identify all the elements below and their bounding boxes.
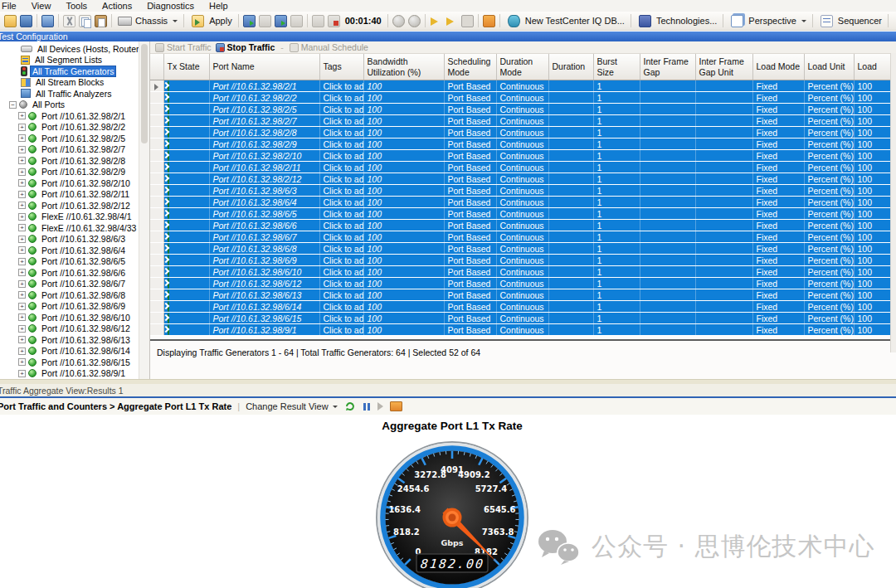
cell[interactable] bbox=[548, 324, 593, 336]
tx-state-cell[interactable] bbox=[163, 278, 209, 289]
cell[interactable] bbox=[695, 208, 752, 220]
cell[interactable] bbox=[640, 266, 695, 278]
tx-state-cell[interactable] bbox=[163, 185, 209, 197]
cell[interactable] bbox=[695, 138, 752, 150]
tree-item[interactable]: All Stream Blocks bbox=[0, 77, 139, 89]
expand-icon[interactable]: + bbox=[18, 336, 26, 343]
cell[interactable]: 1 bbox=[593, 138, 640, 150]
cut-icon[interactable] bbox=[63, 15, 75, 27]
expand-icon[interactable]: + bbox=[18, 134, 26, 142]
tx-state-cell[interactable] bbox=[163, 208, 209, 220]
cell[interactable]: Port Based bbox=[444, 127, 496, 138]
table-row[interactable]: Port //10.61.32.98/6/14Click to ad...100… bbox=[150, 301, 892, 313]
row-selector[interactable] bbox=[150, 197, 163, 208]
cell[interactable]: Click to ad... bbox=[319, 138, 363, 150]
cell[interactable]: Port //10.61.32.98/6/12 bbox=[209, 278, 319, 289]
export-results-button[interactable] bbox=[390, 401, 402, 411]
cell[interactable]: 1 bbox=[593, 208, 640, 220]
expand-icon[interactable]: + bbox=[18, 303, 26, 310]
cell[interactable]: Port Based bbox=[444, 220, 496, 231]
cell[interactable] bbox=[640, 313, 695, 324]
row-selector[interactable] bbox=[150, 266, 163, 278]
cell[interactable]: Continuous bbox=[496, 313, 548, 324]
copy-icon[interactable] bbox=[79, 15, 91, 27]
cell[interactable]: Port //10.61.32.98/2/10 bbox=[209, 150, 319, 162]
tx-state-cell[interactable] bbox=[163, 162, 209, 173]
cell[interactable]: Fixed bbox=[752, 243, 804, 255]
tx-state-cell[interactable] bbox=[163, 289, 209, 301]
cell[interactable]: Continuous bbox=[496, 255, 548, 266]
reporter-button[interactable]: Reporter bbox=[891, 14, 896, 28]
menu-item-diagnostics[interactable]: Diagnostics bbox=[139, 1, 202, 11]
cell[interactable]: 100 bbox=[363, 266, 444, 278]
table-row[interactable]: Port //10.61.32.98/2/2Click to ad...100P… bbox=[150, 92, 892, 104]
tree-item[interactable]: +Port //10.61.32.98/6/9 bbox=[0, 301, 139, 313]
expand-icon[interactable]: + bbox=[18, 157, 26, 164]
cell[interactable]: Port Based bbox=[444, 289, 496, 301]
cell[interactable]: 1 bbox=[593, 197, 640, 208]
row-selector[interactable] bbox=[150, 231, 163, 243]
cell[interactable]: 100 bbox=[854, 92, 892, 104]
tx-state-cell[interactable] bbox=[163, 255, 209, 266]
cell[interactable]: Fixed bbox=[752, 80, 804, 92]
tree-item[interactable]: All Segment Lists bbox=[0, 55, 139, 66]
cell[interactable]: Click to ad... bbox=[319, 92, 363, 104]
cell[interactable] bbox=[695, 289, 752, 301]
cell[interactable]: Port Based bbox=[444, 278, 496, 289]
cell[interactable]: 100 bbox=[363, 243, 444, 255]
cell[interactable] bbox=[548, 278, 593, 289]
cell[interactable]: Percent (%) bbox=[804, 301, 854, 313]
cell[interactable] bbox=[548, 127, 593, 138]
cell[interactable]: Click to ad... bbox=[319, 197, 363, 208]
expand-icon[interactable]: + bbox=[18, 258, 26, 265]
cell[interactable]: 100 bbox=[854, 127, 892, 138]
cell[interactable]: 100 bbox=[854, 197, 892, 208]
cell[interactable]: 100 bbox=[854, 324, 892, 336]
tree-item[interactable]: +Port //10.61.32.98/2/2 bbox=[0, 122, 139, 134]
tree-item[interactable]: +Port //10.61.32.98/6/4 bbox=[0, 245, 139, 256]
cell[interactable]: 100 bbox=[363, 231, 444, 243]
cell[interactable] bbox=[548, 92, 593, 104]
tree-item[interactable]: +Port //10.61.32.98/6/12 bbox=[0, 323, 139, 335]
tx-state-cell[interactable] bbox=[163, 115, 209, 127]
cell[interactable] bbox=[548, 231, 593, 243]
cell[interactable] bbox=[548, 266, 593, 278]
cell[interactable]: 100 bbox=[363, 104, 444, 115]
cell[interactable] bbox=[640, 231, 695, 243]
cell[interactable]: Port //10.61.32.98/6/6 bbox=[209, 220, 319, 231]
cell[interactable]: 100 bbox=[363, 220, 444, 231]
cell[interactable]: Percent (%) bbox=[804, 115, 854, 127]
cell[interactable]: Continuous bbox=[496, 197, 548, 208]
cell[interactable]: 100 bbox=[363, 208, 444, 220]
cell[interactable] bbox=[695, 324, 752, 336]
cell[interactable] bbox=[640, 162, 695, 173]
cell[interactable]: Continuous bbox=[496, 243, 548, 255]
table-row[interactable]: Port //10.61.32.98/2/7Click to ad...100P… bbox=[150, 115, 892, 127]
cell[interactable]: Port Based bbox=[444, 313, 496, 324]
cell[interactable]: Fixed bbox=[752, 104, 804, 115]
table-row[interactable]: Port //10.61.32.98/6/7Click to ad...100P… bbox=[150, 231, 892, 243]
row-selector[interactable] bbox=[150, 313, 163, 324]
cell[interactable]: Percent (%) bbox=[804, 185, 854, 197]
tx-state-cell[interactable] bbox=[163, 173, 209, 185]
cell[interactable]: Port Based bbox=[444, 266, 496, 278]
row-selector[interactable] bbox=[150, 127, 163, 138]
cell[interactable]: Fixed bbox=[752, 185, 804, 197]
cell[interactable]: Continuous bbox=[496, 208, 548, 220]
cell[interactable]: Port Based bbox=[444, 301, 496, 313]
tree-item[interactable]: +Port //10.61.32.98/6/8 bbox=[0, 289, 139, 301]
tx-state-cell[interactable] bbox=[163, 324, 209, 336]
cell[interactable]: Percent (%) bbox=[804, 266, 854, 278]
cell[interactable] bbox=[548, 313, 593, 324]
tree-item[interactable]: All Traffic Analyzers bbox=[0, 88, 139, 100]
cell[interactable] bbox=[695, 80, 752, 92]
cell[interactable]: 100 bbox=[363, 138, 444, 150]
expand-icon[interactable]: + bbox=[18, 179, 26, 187]
cell[interactable]: Continuous bbox=[496, 231, 548, 243]
cell[interactable]: 100 bbox=[854, 243, 892, 255]
expand-icon[interactable]: + bbox=[18, 246, 26, 254]
technologies-button[interactable]: Technologies... bbox=[634, 14, 720, 28]
start-capture-icon[interactable] bbox=[392, 15, 405, 27]
results-folder-icon[interactable] bbox=[483, 15, 495, 27]
cell[interactable] bbox=[640, 243, 695, 255]
